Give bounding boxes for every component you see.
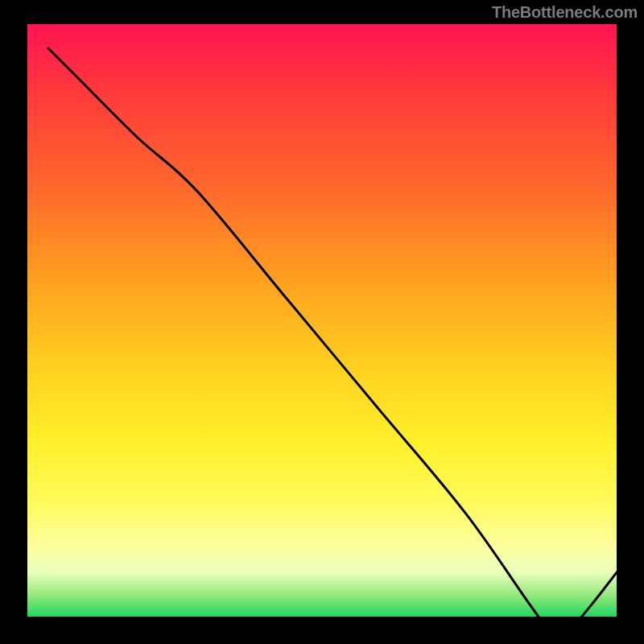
plot-area <box>24 24 620 620</box>
y-axis-line <box>24 24 27 620</box>
right-axis-line <box>617 24 620 620</box>
x-axis-line <box>24 617 620 620</box>
bottleneck-curve <box>48 48 644 644</box>
attribution-label: TheBottleneck.com <box>492 3 638 22</box>
chart-canvas: TheBottleneck.com <box>0 0 644 644</box>
